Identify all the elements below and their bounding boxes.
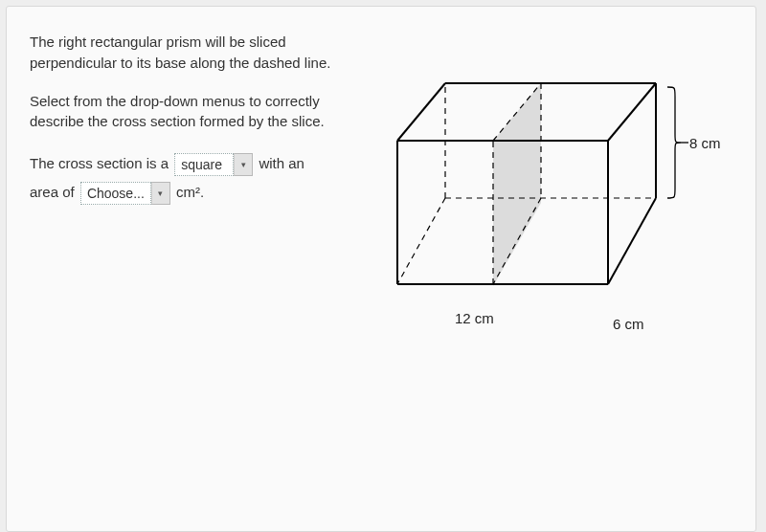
height-bracket (667, 87, 681, 198)
prism-edge (608, 83, 656, 141)
sentence-part-3: area of (30, 184, 75, 200)
hidden-edge (397, 198, 445, 284)
question-card: The right rectangular prism will be slic… (6, 6, 756, 532)
prism-figure: 12 cm 6 cm 8 cm (369, 55, 732, 361)
chevron-down-icon: ▾ (151, 182, 170, 205)
prism-edge (608, 198, 656, 284)
sentence-part-1: The cross section is a (30, 155, 169, 171)
chevron-down-icon: ▾ (234, 153, 253, 176)
problem-statement-1: The right rectangular prism will be slic… (30, 32, 369, 74)
problem-statement-2: Select from the drop-down menus to corre… (30, 91, 369, 133)
answer-sentence: The cross section is a square ▾ with an … (30, 149, 369, 207)
shape-dropdown[interactable]: square ▾ (174, 153, 253, 176)
sentence-part-2: with an (259, 155, 304, 171)
sentence-part-4: cm². (176, 184, 204, 200)
length-label-overlay: 12 cm (455, 310, 494, 326)
prism-edge (397, 83, 445, 141)
shape-dropdown-value: square (174, 153, 234, 176)
width-label-overlay: 6 cm (613, 316, 644, 332)
area-dropdown-value: Choose... (80, 182, 151, 205)
question-text-column: The right rectangular prism will be slic… (30, 26, 369, 512)
area-dropdown[interactable]: Choose... ▾ (80, 182, 170, 205)
cross-section-plane (493, 83, 541, 286)
figure-column: 12 cm 6 cm 8 cm 8 cm 12 cm 6 cm (369, 26, 732, 512)
height-label-overlay: 8 cm (689, 135, 721, 151)
